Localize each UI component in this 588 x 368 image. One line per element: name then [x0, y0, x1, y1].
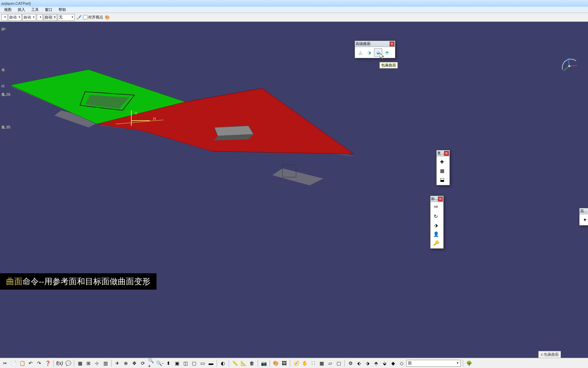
panel-advanced-surface[interactable]: 高级曲面 ✕ ◬ ⬗ ⬙ ⬘	[355, 41, 395, 58]
menu-bar: 视图 插入 工具 窗口 帮助	[0, 7, 588, 13]
wireframe-icon[interactable]: ▭	[199, 359, 206, 367]
svg-marker-20	[380, 53, 384, 59]
panel-title: 高...	[580, 209, 587, 214]
measure-2-icon[interactable]: 📐	[240, 359, 247, 367]
tree-icon[interactable]: 🌳	[465, 359, 473, 367]
delete-icon[interactable]: 🗑	[248, 359, 256, 367]
tool-f-icon[interactable]: ◆	[389, 359, 397, 367]
close-icon[interactable]: ✕	[444, 151, 449, 156]
svg-text:H: H	[153, 117, 156, 121]
dropdown-5[interactable]: 自动▼	[44, 14, 57, 21]
formula-icon[interactable]: f(x)	[56, 359, 63, 367]
tool-e-icon[interactable]: ⬙	[381, 359, 388, 367]
dropdown-3[interactable]: 自动▼	[22, 14, 36, 21]
tool-d-icon[interactable]: ⬘	[372, 359, 380, 367]
panel-copy[interactable]: 复... ✕ ✚ ▦ ⬓	[436, 150, 450, 185]
toolbar-top: ▼ 自动▼ 自动▼ ▼ 自动▼ 无▼ 🖌️ 对齐视点 🎨	[0, 13, 588, 22]
align-viewpoint-input[interactable]	[83, 15, 87, 19]
cut-icon[interactable]: ✂	[1, 359, 9, 367]
panel-title: 复...	[437, 151, 444, 156]
chat-icon[interactable]: 💬	[64, 359, 72, 367]
view-icon[interactable]: ▥	[102, 359, 109, 367]
pan-icon[interactable]: ✥	[131, 359, 138, 367]
fit-icon[interactable]: ⊕	[122, 359, 130, 367]
camera-icon[interactable]: 📷	[260, 359, 267, 367]
copy-icon[interactable]: 📄	[10, 359, 17, 367]
model-geometry: V H	[0, 22, 476, 260]
iso-icon[interactable]: ◫	[182, 359, 189, 367]
hand-icon[interactable]: ✋	[301, 359, 308, 367]
grid-snap-icon[interactable]: ▦	[318, 359, 325, 367]
tool-icon[interactable]: ⬓	[438, 175, 446, 184]
panel-title-bar[interactable]: 高级曲面 ✕	[355, 41, 395, 47]
zoom-in-icon[interactable]: 🔍+	[148, 359, 155, 367]
align-viewpoint-checkbox[interactable]: 对齐视点	[83, 15, 103, 20]
snap-icon[interactable]: ⊞	[85, 359, 92, 367]
svg-point-19	[568, 65, 570, 67]
normal-view-icon[interactable]: ⬍	[165, 359, 172, 367]
tool-icon[interactable]: 👤	[432, 230, 440, 238]
dropdown-1[interactable]: ▼	[1, 14, 7, 21]
grid-icon[interactable]: ▦	[76, 359, 84, 367]
panel-standard[interactable]: 标... ✕ ᴬᴮ ↻ ⬗ 👤 🔑	[430, 196, 444, 249]
svg-line-17	[564, 66, 569, 71]
panel-title-bar[interactable]: 高...	[579, 208, 588, 214]
axis-icon[interactable]: ⊹	[93, 359, 101, 367]
help-icon[interactable]: ❓	[44, 359, 51, 367]
tool-icon[interactable]: ↻	[432, 212, 440, 220]
shade-icon[interactable]: ▢	[190, 359, 198, 367]
tool-icon[interactable]: ✦	[581, 216, 588, 224]
menu-help[interactable]: 帮助	[56, 7, 69, 12]
surface-tool-1-icon[interactable]: ◬	[356, 48, 364, 57]
texture-icon[interactable]: 🖼	[280, 359, 288, 367]
dropdown-6[interactable]: 无▼	[58, 14, 75, 21]
rotate-icon[interactable]: ⟳	[139, 359, 147, 367]
snap-pt-icon[interactable]: ⸬	[309, 359, 317, 367]
menu-view[interactable]: 视图	[1, 7, 14, 12]
close-icon[interactable]: ✕	[438, 197, 443, 201]
compass-icon[interactable]: 🧭	[292, 359, 300, 367]
tool-a-icon[interactable]: ⚙	[347, 359, 354, 367]
undo-icon[interactable]: ↶	[27, 359, 34, 367]
hidden-icon[interactable]: ▬	[207, 359, 215, 367]
svg-line-16	[569, 65, 577, 66]
tool-g-icon[interactable]: ◇	[398, 359, 405, 367]
fly-icon[interactable]: ✈	[114, 359, 121, 367]
window-title-bar: aojiqum.CATPart]	[0, 0, 588, 7]
menu-window[interactable]: 窗口	[42, 7, 55, 12]
tool-icon[interactable]: ⬗	[432, 221, 440, 229]
paste-icon[interactable]: 📋	[18, 359, 26, 367]
tool-icon[interactable]: 🔑	[432, 239, 440, 247]
hide-show-icon[interactable]: ◐	[219, 359, 227, 367]
tool-b-icon[interactable]: ⬖	[355, 359, 363, 367]
tool-icon[interactable]: ▦	[438, 167, 446, 175]
panel-title-bar[interactable]: 标... ✕	[430, 196, 443, 202]
status-hint: c:包裹曲面	[538, 351, 561, 358]
tool-icon[interactable]: ᴬᴮ	[432, 203, 440, 212]
panel-advanced-2[interactable]: 高... ✦	[579, 208, 588, 226]
window-title: aojiqum.CATPart]	[1, 1, 31, 5]
box-icon[interactable]: ▢	[335, 359, 342, 367]
material-icon[interactable]: 🎨	[272, 359, 279, 367]
zoom-out-icon[interactable]: 🔍-	[156, 359, 164, 367]
tool-icon[interactable]: ✚	[438, 158, 446, 166]
caption-overlay: 曲面命令--用参考面和目标面做曲面变形	[0, 273, 157, 290]
multi-view-icon[interactable]: ▣	[173, 359, 181, 367]
dropdown-2[interactable]: 自动▼	[8, 14, 22, 21]
surface-tool-2-icon[interactable]: ⬗	[365, 48, 373, 57]
menu-tools[interactable]: 工具	[29, 7, 42, 12]
close-icon[interactable]: ✕	[390, 42, 394, 46]
compass-icon[interactable]	[561, 56, 578, 73]
menu-insert[interactable]: 插入	[15, 7, 28, 12]
dropdown-4[interactable]: ▼	[37, 14, 43, 21]
redo-icon[interactable]: ↷	[35, 359, 43, 367]
cursor-icon	[380, 53, 385, 60]
measure-icon[interactable]: 📏	[231, 359, 239, 367]
paint-icon[interactable]: 🎨	[104, 14, 111, 21]
viewport-3d[interactable]: gn 本 ct 集.26 集.35 V H	[0, 22, 588, 358]
tool-c-icon[interactable]: ⬗	[364, 359, 371, 367]
brush-icon[interactable]: 🖌️	[76, 14, 82, 21]
plane-icon[interactable]: ▱	[326, 359, 334, 367]
panel-title-bar[interactable]: 复... ✕	[437, 150, 450, 156]
filter-dropdown[interactable]: 面▼	[406, 360, 461, 367]
